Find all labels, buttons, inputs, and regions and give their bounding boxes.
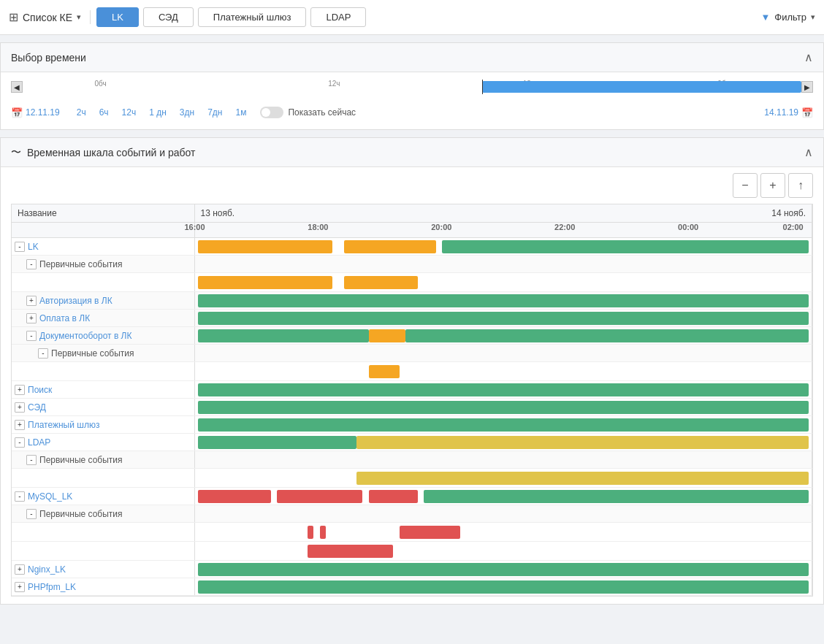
bar-container: [198, 383, 809, 396]
time-selector-collapse-btn[interactable]: ∧: [804, 50, 813, 64]
row-name-link[interactable]: Авторизация в ЛК: [39, 296, 112, 306]
period-7d[interactable]: 7дн: [202, 106, 227, 119]
date-start[interactable]: 📅 12.11.19: [11, 107, 60, 118]
bar-1: [277, 490, 362, 503]
bar-0: [198, 383, 809, 396]
row-name-link[interactable]: Документооборот в ЛК: [39, 331, 131, 341]
bar-0: [369, 365, 400, 378]
date-end[interactable]: 14.11.19 📅: [764, 107, 813, 118]
period-12h[interactable]: 12ч: [117, 106, 142, 119]
ruler-inner[interactable]: 0бч 12ч 18ч 0бч 13 нояб., 10:00 - 14 ноя…: [23, 80, 801, 94]
expand-btn[interactable]: -: [15, 491, 25, 502]
chart-cell: [194, 561, 812, 578]
period-1d[interactable]: 1 дн: [144, 106, 172, 119]
timeline-section: 〜 Временная шкала событий и работ ∧ − + …: [0, 137, 824, 605]
expand-btn[interactable]: +: [15, 385, 25, 395]
chart-cell: [194, 381, 812, 399]
row-name-link[interactable]: MySQL_LK: [28, 491, 72, 502]
row-name-link[interactable]: LDAP: [28, 437, 50, 448]
list-ke-menu[interactable]: ⊞ Список КЕ ▾: [9, 10, 91, 24]
filter-area[interactable]: ▼ Фильтр ▾: [760, 12, 815, 23]
row-name-link[interactable]: Nginx_LK: [28, 564, 66, 575]
tab-ldap[interactable]: LDAP: [310, 7, 366, 27]
date-start-value: 12.11.19: [26, 107, 60, 118]
table-row: [12, 273, 812, 292]
tab-payment[interactable]: Платежный шлюз: [198, 7, 307, 27]
bar-2: [400, 526, 461, 539]
table-row: -Первичные события: [12, 256, 812, 273]
chart-cell: [194, 505, 812, 523]
expand-btn[interactable]: +: [26, 313, 37, 323]
expand-btn[interactable]: +: [15, 402, 25, 413]
period-6h[interactable]: 6ч: [94, 106, 114, 119]
bar-container: [198, 526, 809, 539]
name-cell: -LK: [12, 238, 194, 256]
row-name-link[interactable]: Поиск: [28, 385, 52, 395]
chart-controls: − + ↑: [1, 167, 823, 204]
bar-1: [320, 526, 326, 539]
show-now-toggle[interactable]: Показать сейчас: [260, 107, 356, 118]
row-name-link[interactable]: СЭД: [28, 402, 46, 413]
period-2h[interactable]: 2ч: [72, 106, 91, 119]
name-cell: +PHPfpm_LK: [12, 578, 194, 596]
name-cell: +Платежный шлюз: [12, 416, 194, 434]
table-row: [12, 362, 812, 381]
expand-btn[interactable]: +: [15, 420, 25, 430]
expand-btn[interactable]: +: [26, 296, 37, 306]
chart-cell: [194, 523, 812, 542]
time-selector-title: Выбор времени: [11, 52, 86, 64]
tick-22: 22:00: [554, 223, 575, 231]
expand-btn[interactable]: -: [38, 348, 48, 359]
bar-0: [198, 312, 809, 325]
chart-cell: [194, 578, 812, 596]
expand-btn[interactable]: +: [15, 582, 25, 592]
name-cell: [12, 273, 194, 292]
table-row: [12, 542, 812, 561]
trend-icon: 〜: [11, 146, 21, 159]
expand-btn[interactable]: -: [15, 242, 25, 252]
table-row: +Nginx_LK: [12, 561, 812, 578]
ruler-right-arrow[interactable]: ▶: [801, 81, 813, 93]
name-cell: -Документооборот в ЛК: [12, 327, 194, 345]
expand-btn[interactable]: +: [15, 564, 25, 575]
tab-lk[interactable]: LK: [96, 7, 139, 27]
bar-1: [198, 329, 369, 342]
chart-date-header: 13 нояб. 14 нояб.: [194, 204, 812, 223]
expand-btn[interactable]: -: [26, 455, 37, 465]
name-cell: -LDAP: [12, 434, 194, 451]
toggle-switch[interactable]: [260, 107, 283, 118]
name-cell: [12, 542, 194, 561]
chart-cell: [194, 399, 812, 416]
table-row: -Первичные события: [12, 505, 812, 523]
period-1m[interactable]: 1м: [230, 106, 251, 119]
grid-icon: ⊞: [9, 10, 18, 24]
row-name-link[interactable]: LK: [28, 242, 39, 252]
bar-3: [424, 490, 809, 503]
expand-btn[interactable]: -: [26, 259, 37, 269]
tick-00: 00:00: [678, 223, 698, 231]
tab-group: LK СЭД Платежный шлюз LDAP: [96, 7, 366, 27]
bar-0: [198, 294, 809, 307]
tab-sed[interactable]: СЭД: [143, 7, 194, 27]
ruler-selected-range[interactable]: 13 нояб., 10:00 - 14 нояб., 10:00: [482, 81, 801, 93]
expand-btn[interactable]: -: [15, 437, 25, 448]
period-3d[interactable]: 3дн: [175, 106, 199, 119]
expand-btn[interactable]: -: [26, 331, 37, 341]
bar-0: [308, 545, 393, 558]
zoom-in-btn[interactable]: +: [760, 173, 785, 198]
chevron-down-icon: ▾: [77, 12, 81, 22]
tick-02: 02:00: [783, 223, 804, 231]
expand-btn[interactable]: -: [26, 509, 37, 519]
chart-cell: [194, 256, 812, 273]
table-row: -Первичные события: [12, 451, 812, 469]
row-name-link[interactable]: PHPfpm_LK: [28, 582, 76, 592]
zoom-reset-btn[interactable]: ↑: [788, 173, 813, 198]
name-cell: -Первичные события: [12, 256, 194, 273]
ruler-left-arrow[interactable]: ◀: [11, 81, 23, 93]
row-name-link[interactable]: Платежный шлюз: [28, 420, 99, 430]
row-name-link[interactable]: Оплата в ЛК: [39, 313, 90, 323]
timeline-collapse-btn[interactable]: ∧: [804, 145, 813, 159]
bar-1: [198, 436, 356, 449]
timeline-header: 〜 Временная шкала событий и работ ∧: [1, 138, 823, 167]
zoom-out-btn[interactable]: −: [733, 173, 758, 198]
